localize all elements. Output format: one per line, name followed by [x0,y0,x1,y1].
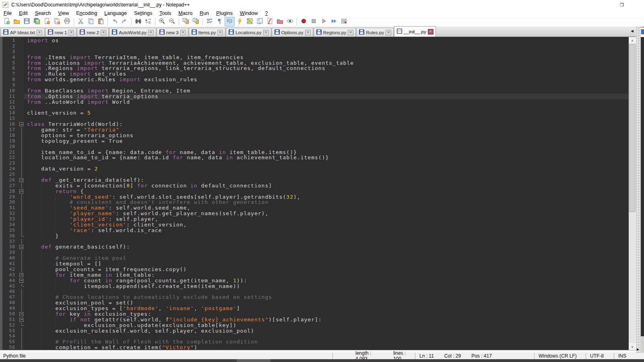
tab-regions-py[interactable]: Regions.py× [314,28,356,37]
toolbar-undo-button[interactable] [109,17,120,27]
toolbar-macro-play-button[interactable] [319,17,329,27]
splitter-right-arrow-icon[interactable]: ▶ [637,348,639,351]
menu-item-macro[interactable]: Macro [175,10,196,16]
tab-close-button[interactable]: × [37,30,42,35]
fold-toggle-icon[interactable] [19,318,23,322]
toolbar-folder-as-workspace-button[interactable] [275,17,285,27]
toolbar-open-file-button[interactable] [12,17,22,27]
fold-toggle-icon[interactable] [19,279,23,283]
code-line: 9 [0,82,629,88]
toolbar-macro-record-button[interactable] [299,17,309,27]
toolbar-separator [131,18,132,25]
toolbar-file-monitoring-button[interactable] [285,17,295,27]
tab-close-button[interactable]: × [263,30,269,35]
status-insert-mode[interactable]: INS [614,353,644,359]
toolbar-macro-run-multiple-button[interactable] [329,17,339,27]
save-icon [23,18,30,26]
toolbar-replace-button[interactable]: ab [143,17,153,27]
tab-close-button[interactable]: × [148,30,154,35]
toolbar-find-button[interactable] [133,17,143,27]
maximize-button[interactable]: ❐ [613,0,631,10]
toolbar-redo-button[interactable] [120,17,130,27]
fold-toggle-icon[interactable] [19,312,23,316]
tab-new-3[interactable]: new 3× [157,28,188,37]
function-list-icon [266,18,273,26]
code-line: 32 'player_name': self.world.get_player_… [0,211,629,216]
menu-item-encoding[interactable]: Encoding [72,10,101,16]
toolbar-indent-guide-button[interactable] [225,17,235,27]
toolbar-copy-button[interactable] [86,17,96,27]
toolbar-close-file-button[interactable] [42,17,52,27]
toolbar-save-all-button[interactable] [32,17,42,27]
menu-item-search[interactable]: Search [31,10,55,16]
menu-item-edit[interactable]: Edit [15,10,31,16]
toolbar-show-all-characters-button[interactable]: ¶ [215,17,225,27]
toolbar-paste-button[interactable] [96,17,106,27]
menu-item-plugins[interactable]: Plugins [213,10,236,16]
toolbar-close-all-button[interactable] [52,17,62,27]
scroll-up-arrow[interactable]: ∧ [629,37,636,44]
code-editor[interactable]: 1import os234from .Items import Terraria… [0,37,636,350]
toolbar-save-button[interactable] [22,17,32,27]
tab-init-py[interactable]: __init__.py× [394,26,436,37]
fold-margin [19,172,24,177]
tab-close-button[interactable]: × [428,29,433,35]
menu-item-window[interactable]: Window [236,10,261,16]
toolbar-cut-button[interactable] [76,17,86,27]
toolbar-document-switcher-button[interactable] [255,17,265,27]
scroll-down-arrow[interactable]: ∨ [629,343,636,350]
toolbar-define-language-button[interactable] [235,17,245,27]
tab-close-button[interactable]: × [68,30,74,35]
fold-toggle-icon[interactable] [19,122,23,126]
menu-item-view[interactable]: View [54,10,72,16]
tab-autoworld-py[interactable]: AutoWorld.py× [109,28,156,37]
tab-scroll-left-arrow[interactable]: ◀ [631,29,634,33]
toolbar-zoom-out-button[interactable] [167,17,177,27]
folder-as-workspace-icon [277,18,283,26]
toolbar-document-map-button[interactable] [245,17,255,27]
toolbar-new-file-button[interactable] [2,17,12,27]
fold-toggle-icon[interactable] [19,178,23,182]
tab-new-1[interactable]: new 1× [45,28,77,37]
toolbar-print-button[interactable] [62,17,72,27]
tab-close-button[interactable]: × [217,30,223,35]
toolbar-function-list-button[interactable] [265,17,275,27]
tab-close-button[interactable]: × [180,30,186,35]
code-line: 4from .Items import TerrariaItem, item_t… [0,55,629,60]
tab-close-button[interactable]: × [101,30,106,35]
tab-rules-py[interactable]: Rules.py× [356,28,394,37]
menu-item-file[interactable]: File [0,10,15,16]
vertical-scrollbar-thumb[interactable] [629,44,636,212]
tab-new-2[interactable]: new 2× [77,28,109,37]
vertical-scrollbar[interactable]: ∧ ∨ [629,37,636,350]
menu-item-tools[interactable]: Tools [156,10,175,16]
toolbar-sync-vertical-scroll-button[interactable] [181,17,191,27]
fold-toggle-icon[interactable] [19,245,23,249]
tab-close-button[interactable]: × [386,30,391,35]
view-splitter[interactable]: ▶ [636,27,641,353]
code-line-text: from ..AutoWorld import World [24,99,629,105]
horizontal-scrollbar[interactable] [0,350,636,353]
tab-options-py[interactable]: Options.py× [272,28,313,37]
tab-close-button[interactable]: × [348,30,353,35]
menu-item-[interactable]: ? [262,10,272,16]
menu-item-language[interactable]: Language [101,10,130,16]
status-cursor-position[interactable]: Ln : 11 Col : 29 Pos : 417 [415,353,534,359]
tab-locations-py[interactable]: Locations.py× [226,28,271,37]
toolbar-zoom-in-button[interactable] [157,17,167,27]
code-line-text: def generate_basic(self): [24,244,629,250]
toolbar-macro-save-button[interactable] [339,17,349,27]
menu-item-settings[interactable]: Settings [130,10,156,16]
fold-toggle-icon[interactable] [19,273,23,277]
indent-guide-line [56,222,56,228]
tab-close-button[interactable]: × [305,30,311,35]
toolbar-sync-horizontal-scroll-button[interactable] [191,17,201,27]
toolbar-macro-stop-button[interactable] [309,17,319,27]
fold-toggle-icon[interactable] [19,189,23,193]
menu-item-run[interactable]: Run [196,10,213,16]
line-number: 26 [0,177,19,183]
toolbar-word-wrap-button[interactable] [204,17,215,27]
tab-items-py[interactable]: Items.py× [189,28,225,37]
code-line: 45 itempool.append(self.create_item(item… [0,284,629,289]
tab-ap-ideas-txt[interactable]: AP Ideas.txt× [0,28,45,37]
